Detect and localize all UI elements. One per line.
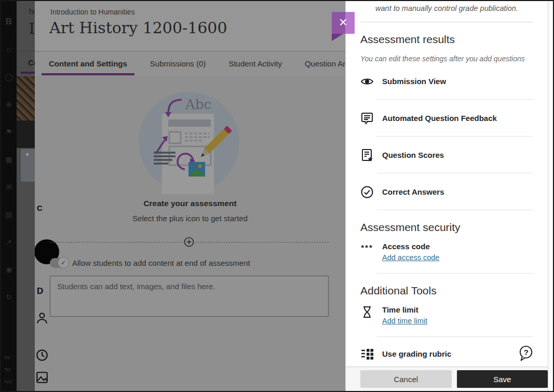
toggle-label: Allow students to add content at end of … [72, 259, 250, 267]
assessment-description-input[interactable] [50, 276, 329, 317]
results-edit-note: You can edit these settings after you ad… [360, 55, 533, 63]
help-bubble-icon[interactable]: ? [519, 345, 533, 361]
course-id-fragment: hu [29, 7, 35, 16]
allow-students-toggle[interactable]: ✓ [50, 258, 67, 268]
check-circle-icon [360, 185, 374, 199]
tablet-image-fragment [21, 149, 35, 182]
svg-text:?: ? [524, 348, 529, 357]
toggle-check-icon: ✓ [58, 257, 69, 268]
automated-feedback-row[interactable]: Automated Question Feedback [360, 100, 533, 125]
document-star-icon: ★ [360, 148, 374, 162]
rubric-grid-icon [360, 347, 374, 361]
grades-icon[interactable]: ▤ [4, 209, 14, 220]
additional-tools-heading: Additional Tools [360, 285, 533, 297]
profile-icon[interactable]: ◯ [4, 72, 14, 82]
hourglass-icon [360, 305, 374, 319]
settings-panel: want to manually control grade publicati… [345, 1, 548, 391]
assessment-results-heading: Assessment results [360, 33, 533, 46]
assessment-page: Introduction to Humanities Art History 1… [35, 1, 345, 391]
artwork-thumbnail [17, 76, 35, 120]
svg-text:★: ★ [367, 155, 373, 162]
cancel-button[interactable]: Cancel [360, 370, 452, 388]
background-panel-strip: hu I Co [17, 1, 35, 391]
history-icon[interactable]: ↻ [4, 292, 14, 302]
setting-label: Submission View [382, 75, 446, 86]
divider [377, 273, 533, 274]
privacy-link[interactable]: Pri [4, 352, 12, 364]
person-icon [35, 311, 49, 325]
correct-answers-row[interactable]: Correct Answers [360, 173, 533, 199]
accessibility-link[interactable]: Acc [4, 376, 12, 388]
image-icon [35, 371, 49, 384]
left-nav-rail: B ⌂ ◯ ⊕ ⚑ ▦ ✉ ▤ ↗ ◉ ↻ Pri Ter Acc [1, 1, 17, 391]
setting-label: Use grading rubric [382, 347, 451, 358]
page-title: Art History 1200-1600 [49, 19, 227, 37]
access-code-row[interactable]: *** Access code Add access code [360, 234, 533, 262]
groups-icon[interactable]: ◉ [4, 264, 14, 275]
globe-icon[interactable]: ⊕ [4, 99, 14, 110]
eye-icon [360, 75, 374, 88]
setting-label: Time limit [382, 305, 427, 314]
grade-publication-note: want to manually control grade publicati… [360, 1, 533, 12]
assessment-security-heading: Assessment security [360, 221, 533, 234]
behind-details-fragment: D [37, 286, 43, 296]
divider [17, 51, 35, 51]
setting-label: Correct Answers [382, 185, 444, 196]
tab-underline-fragment [21, 72, 35, 74]
clock-icon [35, 348, 49, 362]
rail-footer-links: Pri Ter Acc [4, 352, 12, 388]
messages-icon[interactable]: ✉ [4, 182, 14, 192]
time-limit-row[interactable]: Time limit Add time limit [360, 297, 533, 326]
setting-label: Question Scores [382, 148, 444, 159]
close-button-ribbon-tail [332, 34, 343, 41]
tab-bar: Content and Settings Submissions (0) Stu… [35, 51, 345, 75]
access-code-asterisks-icon: *** [360, 242, 374, 255]
tab-question-analysis[interactable]: Question Analysis [298, 51, 345, 75]
institution-icon[interactable]: ⌂ [4, 44, 14, 55]
empty-state-title: Create your assessment [35, 199, 345, 208]
illustration-abc-text: Abc [185, 97, 211, 112]
page-header: Introduction to Humanities Art History 1… [35, 1, 345, 51]
rail-icon-list: B ⌂ ◯ ⊕ ⚑ ▦ ✉ ▤ ↗ ◉ ↻ [1, 1, 17, 302]
add-content-plus-button[interactable] [183, 236, 195, 248]
tab-submissions[interactable]: Submissions (0) [143, 51, 213, 75]
divider [360, 22, 533, 22]
setting-label: Automated Question Feedback [382, 112, 497, 123]
brand-logo-icon[interactable]: B [4, 17, 14, 27]
add-time-limit-link[interactable]: Add time limit [382, 317, 427, 325]
tab-student-activity[interactable]: Student Activity [221, 51, 289, 75]
app-window: B ⌂ ◯ ⊕ ⚑ ▦ ✉ ▤ ↗ ◉ ↻ Pri Ter Acc hu I C… [0, 0, 554, 392]
divider [377, 210, 533, 210]
panel-footer: Cancel Save [346, 367, 552, 391]
dark-image-fragment [17, 120, 35, 148]
empty-state-subtitle: Select the plus icon to get started [35, 214, 345, 223]
add-access-code-link[interactable]: Add access code [382, 253, 439, 262]
breadcrumb[interactable]: Introduction to Humanities [50, 8, 135, 16]
setting-label: Access code [382, 242, 439, 251]
close-panel-button[interactable]: × [332, 12, 355, 34]
tab-content-and-settings[interactable]: Content and Settings [42, 51, 134, 75]
submission-view-row[interactable]: Submission View [360, 63, 533, 88]
calendar-icon[interactable]: ▦ [4, 154, 14, 165]
activity-icon[interactable]: ⚑ [4, 127, 14, 137]
share-icon[interactable]: ↗ [4, 237, 14, 247]
panel-scrollbar[interactable] [548, 1, 553, 391]
save-button[interactable]: Save [457, 370, 548, 388]
question-scores-row[interactable]: ★ Question Scores [360, 137, 533, 162]
grading-rubric-row[interactable]: Use grading rubric ? [360, 337, 533, 363]
plus-circle-icon [184, 237, 194, 247]
feedback-bubble-icon [360, 112, 374, 125]
settings-scroll-area: want to manually control grade publicati… [346, 1, 548, 367]
terms-link[interactable]: Ter [4, 364, 12, 376]
tab-fragment: Co [28, 58, 35, 67]
assessment-illustration: Abc [137, 90, 241, 194]
title-fragment: I [29, 21, 35, 37]
